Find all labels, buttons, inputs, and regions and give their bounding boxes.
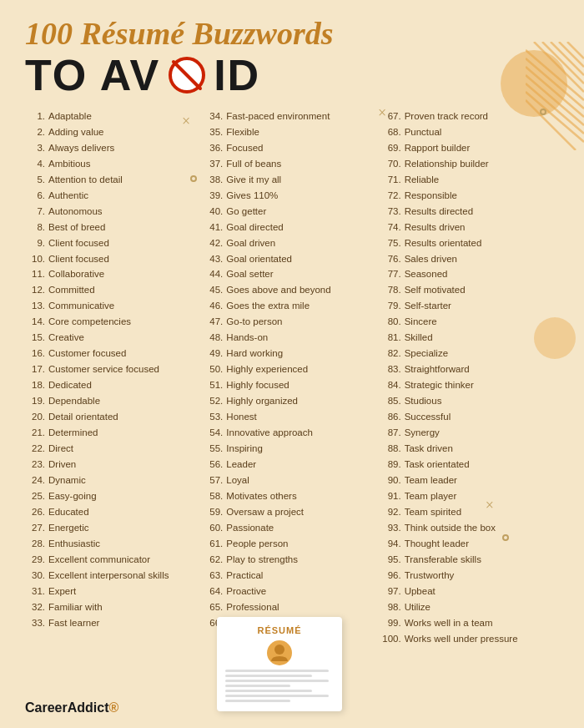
list-item: 49.Hard working — [203, 346, 380, 361]
list-item: 13.Communicative — [25, 298, 203, 314]
list-item: 27.Energetic — [25, 520, 203, 536]
list-item: 45.Goes above and beyond — [203, 282, 380, 298]
list-item: 78.Self motivated — [381, 282, 559, 298]
list-item: 96.Trustworthy — [381, 568, 559, 584]
list-item: 67.Proven track record — [381, 109, 559, 124]
list-item: 86.Successful — [381, 409, 559, 425]
list-item: 83.Straightforward — [381, 361, 559, 377]
list-item: 46.Goes the extra mile — [203, 298, 380, 314]
list-item: 77.Seasoned — [381, 266, 559, 282]
title-section: 100 Résumé Buzzwords TO AV ID — [25, 17, 559, 100]
list-item: 48.Hands-on — [203, 330, 380, 346]
list-item: 12.Committed — [25, 282, 203, 298]
avoid-text: TO AV — [25, 50, 160, 100]
list-item: 100.Works well under pressure — [381, 631, 559, 647]
list-item: 28.Enthusiastic — [25, 536, 203, 552]
list-item: 75.Results orientated — [381, 235, 559, 251]
list-item: 39.Gives 110% — [203, 188, 380, 204]
column-1: 1.Adaptable2.Adding value3.Always delive… — [25, 109, 203, 647]
list-item: 74.Results driven — [381, 220, 559, 235]
list-item: 21.Determined — [25, 425, 203, 441]
list-item: 93.Think outside the box — [381, 520, 559, 536]
list-item: 3.Always delivers — [25, 140, 203, 156]
list-item: 16.Customer focused — [25, 346, 203, 361]
list-item: 7.Autonomous — [25, 204, 203, 220]
resume-card-title: RÉSUMÉ — [225, 625, 334, 635]
list-item: 31.Expert — [25, 584, 203, 599]
list-item: 58.Motivates others — [203, 488, 380, 504]
list-item: 97.Upbeat — [381, 584, 559, 599]
svg-point-14 — [274, 645, 284, 655]
avoid-line: TO AV ID — [25, 50, 559, 100]
list-item: 38.Give it my all — [203, 172, 380, 188]
list-item: 2.Adding value — [25, 124, 203, 140]
list-item: 37.Full of beans — [203, 156, 380, 172]
list-item: 95.Transferable skills — [381, 552, 559, 568]
logo-career: Career — [25, 700, 68, 715]
list-item: 29.Excellent communicator — [25, 552, 203, 568]
list-item: 65.Professional — [203, 599, 380, 615]
avoid-text-2: ID — [214, 50, 260, 100]
list-item: 92.Team spirited — [381, 504, 559, 520]
list-item: 20.Detail orientated — [25, 409, 203, 425]
resume-line-4 — [225, 685, 290, 687]
column-3: 67.Proven track record68.Punctual69.Rapp… — [381, 109, 559, 647]
list-item: 34.Fast-paced environment — [203, 109, 380, 124]
list-item: 94.Thought leader — [381, 536, 559, 552]
list-item: 59.Oversaw a project — [203, 504, 380, 520]
list-item: 71.Reliable — [381, 172, 559, 188]
list-item: 60.Passionate — [203, 520, 380, 536]
list-item: 44.Goal setter — [203, 266, 380, 282]
list-item: 63.Practical — [203, 568, 380, 584]
list-item: 76.Sales driven — [381, 251, 559, 267]
logo-text: CareerCareerAddictAddict® — [25, 700, 118, 715]
list-item: 64.Proactive — [203, 584, 380, 599]
list-item: 61.People person — [203, 536, 380, 552]
list-item: 72.Responsible — [381, 188, 559, 204]
resume-line-3 — [225, 680, 329, 682]
list-item: 15.Creative — [25, 330, 203, 346]
list-item: 19.Dependable — [25, 393, 203, 409]
list-item: 82.Specialize — [381, 346, 559, 361]
list-item: 42.Goal driven — [203, 235, 380, 251]
resume-line-6 — [225, 695, 329, 697]
list-item: 80.Sincere — [381, 314, 559, 330]
list-item: 23.Driven — [25, 457, 203, 473]
list-item: 8.Best of breed — [25, 220, 203, 235]
avatar-icon — [268, 641, 291, 665]
list-item: 53.Honest — [203, 409, 380, 425]
resume-line-7 — [225, 700, 290, 702]
list-item: 17.Customer service focused — [25, 361, 203, 377]
logo-area: CareerCareerAddictAddict® — [25, 700, 118, 715]
list-item: 22.Direct — [25, 441, 203, 457]
list-item: 1.Adaptable — [25, 109, 203, 124]
resume-lines — [225, 670, 334, 702]
list-item: 32.Familiar with — [25, 599, 203, 615]
list-item: 36.Focused — [203, 140, 380, 156]
list-item: 11.Collaborative — [25, 266, 203, 282]
list-item: 40.Go getter — [203, 204, 380, 220]
page-wrapper: × × × 100 Résumé Buzzwords TO AV ID 1.Ad… — [0, 0, 584, 728]
list-item: 85.Studious — [381, 393, 559, 409]
main-title: 100 Résumé Buzzwords — [25, 17, 559, 52]
list-item: 14.Core competencies — [25, 314, 203, 330]
list-item: 62.Play to strengths — [203, 552, 380, 568]
list-item: 41.Goal directed — [203, 220, 380, 235]
resume-image-container: RÉSUMÉ — [217, 617, 342, 711]
list-item: 89.Task orientated — [381, 457, 559, 473]
content-area: 1.Adaptable2.Adding value3.Always delive… — [25, 109, 559, 647]
list-item: 90.Team leader — [381, 473, 559, 488]
list-item: 84.Strategic thinker — [381, 377, 559, 393]
list-item: 35.Flexible — [203, 124, 380, 140]
list-item: 68.Punctual — [381, 124, 559, 140]
list-item: 57.Loyal — [203, 473, 380, 488]
list-item: 79.Self-starter — [381, 298, 559, 314]
resume-line-5 — [225, 690, 312, 692]
list-item: 33.Fast learner — [25, 615, 203, 631]
list-item: 91.Team player — [381, 488, 559, 504]
resume-avatar — [267, 640, 292, 665]
list-item: 47.Go-to person — [203, 314, 380, 330]
list-item: 30.Excellent interpersonal skills — [25, 568, 203, 584]
list-item: 81.Skilled — [381, 330, 559, 346]
list-item: 10.Client focused — [25, 251, 203, 267]
